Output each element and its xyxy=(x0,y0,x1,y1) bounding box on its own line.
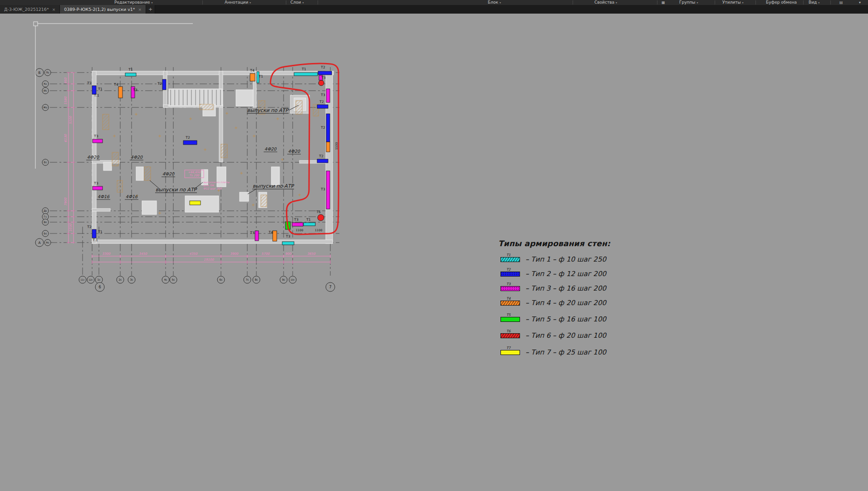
ribbon-separator xyxy=(202,0,203,5)
axis-bubble-label: Ас xyxy=(46,241,49,244)
ribbon-menu-2[interactable]: Слои▾ xyxy=(290,0,304,5)
axis-bubble-label: 6с xyxy=(219,278,222,281)
axis-bubble-label: Дс xyxy=(44,209,47,212)
legend-swatch-tag: Т7 xyxy=(506,346,510,350)
close-icon[interactable]: × xyxy=(138,7,142,12)
ribbon-menu-6[interactable]: Утилиты▾ xyxy=(722,0,744,5)
reinforcement-marker-Т3[interactable] xyxy=(255,231,259,241)
marker-label: Т2 xyxy=(157,82,162,86)
hatched-wall xyxy=(112,152,118,166)
crosshair-pickbox xyxy=(34,22,38,26)
reinforcement-marker-Т6[interactable] xyxy=(318,214,324,221)
legend-title: Типы армирования стен: xyxy=(498,239,648,248)
reinforcement-marker-Т3[interactable] xyxy=(326,89,330,102)
tab-bar: Д-3-ЮЖ_20251216*×0389-Р-ЮК5-2(1,2) выпус… xyxy=(0,5,868,14)
axis-bubble-label: Вс xyxy=(44,220,47,224)
properties-tool-icon[interactable]: ▦ xyxy=(662,0,665,5)
legend-swatch-wrap: Т3 xyxy=(500,286,520,291)
ribbon-menu-0[interactable]: Редактирование▾ xyxy=(114,0,153,5)
marker-label: Т3 xyxy=(93,134,98,138)
legend-swatch xyxy=(500,257,520,262)
reinforcement-marker-Т4[interactable] xyxy=(273,231,277,241)
legend-swatch-tag: Т5 xyxy=(506,313,510,317)
reinforcement-marker-Т4[interactable] xyxy=(326,142,330,152)
drawing-tab-0[interactable]: Д-3-ЮЖ_20251216*× xyxy=(0,5,60,14)
dimension-text: 4350 xyxy=(189,252,197,256)
reinforcement-marker-Т3[interactable] xyxy=(326,171,330,209)
reinforcement-marker-Т3[interactable] xyxy=(292,223,303,226)
reinforcement-marker-Т3[interactable] xyxy=(93,186,103,190)
hatched-wall xyxy=(221,144,227,158)
hatched-wall xyxy=(296,101,302,114)
reinforcement-marker-Т2[interactable] xyxy=(326,114,330,142)
marker-label: Т4 xyxy=(268,230,273,234)
marker-label: Т1 xyxy=(98,87,103,91)
reinforcement-marker-Т2[interactable] xyxy=(162,79,166,90)
caret-down-icon[interactable]: ▾ xyxy=(859,0,861,5)
ribbon-menu-4[interactable]: Свойства▾ xyxy=(594,0,617,5)
reinforcement-marker-Т2[interactable] xyxy=(317,159,328,163)
drawing-tab-1[interactable]: 0389-Р-ЮК5-2(1,2) выпуски v1*× xyxy=(60,5,146,14)
legend-item-text: – Тип 1 – ф 10 шаг 250 xyxy=(525,255,606,263)
dimension-text: 5700 xyxy=(261,252,270,256)
annotation-leader xyxy=(194,182,203,189)
legend-item-text: – Тип 4 – ф 20 шаг 200 xyxy=(525,299,606,307)
new-tab-button[interactable]: + xyxy=(146,5,155,14)
reinforcement-marker-Т1[interactable] xyxy=(125,73,136,76)
reinforcement-marker-Т2[interactable] xyxy=(183,141,197,145)
legend-item-Т1: Т1– Тип 1 – ф 10 шаг 250 xyxy=(500,255,606,263)
ribbon-menu-8[interactable]: Вид▾ xyxy=(809,0,819,5)
reinforcement-marker-Т3[interactable] xyxy=(93,139,103,143)
marker-label: Т.1 xyxy=(93,93,99,97)
close-icon[interactable]: × xyxy=(52,7,56,12)
rebar-callout-text: 4Ф20 xyxy=(87,155,99,160)
legend-item-text: – Тип 7 – ф 25 шаг 100 xyxy=(525,348,606,356)
marker-label: Т3 xyxy=(320,187,325,191)
legend-swatch-tag: Т3 xyxy=(506,282,510,286)
axis-bubble-label: Ис xyxy=(44,89,47,92)
legend-item-text: – Тип 6 – ф 20 шаг 100 xyxy=(525,331,606,340)
marker-label: Т3 xyxy=(320,93,325,97)
ribbon-menu-3[interactable]: Блок▾ xyxy=(488,0,501,5)
reinforcement-marker-Т7[interactable] xyxy=(190,201,201,205)
axis-bubble-label: Ес xyxy=(44,160,47,164)
reinforcement-marker-Т2[interactable] xyxy=(92,229,96,238)
marker-label: Т2 xyxy=(319,100,324,104)
marker-label: Т1 xyxy=(258,74,263,78)
reinforcement-marker-Т6[interactable] xyxy=(319,80,324,86)
legend-item-Т2: Т2– Тип 2 – ф 12 шаг 200 xyxy=(500,270,606,278)
axis-bubble-label: Бс xyxy=(44,232,47,235)
annotation-text: выпуски по АТР xyxy=(156,187,197,193)
marker-label: Т4 xyxy=(113,83,118,87)
legend-swatch xyxy=(500,317,520,322)
legend-swatch-wrap: Т6 xyxy=(500,333,520,338)
reinforcement-marker-Т4[interactable] xyxy=(250,73,255,81)
reinforcement-marker-Т4[interactable] xyxy=(118,87,123,98)
dimension-text: 1030 xyxy=(69,224,73,232)
marker-label: Т2 xyxy=(320,65,325,69)
reinforcement-marker-Т2[interactable] xyxy=(318,71,332,75)
panel-icon[interactable]: ▤ xyxy=(839,0,843,5)
legend-swatch-tag: Т4 xyxy=(506,297,510,301)
ribbon-menu-7[interactable]: Буфер обмена xyxy=(766,0,797,5)
axis-bubble-label: 4с xyxy=(164,278,167,281)
reinforcement-marker-Т1[interactable] xyxy=(282,242,294,245)
reinforcement-marker-Т1[interactable] xyxy=(304,223,315,226)
shaft-block xyxy=(136,167,143,180)
legend-swatch xyxy=(500,272,520,277)
hatched-wall xyxy=(144,167,151,180)
marker-label: Т2 xyxy=(320,126,325,130)
axis-bubble-label: 6 xyxy=(98,285,101,289)
reinforcement-marker-Т1[interactable] xyxy=(294,73,318,76)
ribbon-menu-5[interactable]: Группы▾ xyxy=(679,0,698,5)
drawing-canvas[interactable]: 9501580613051007900103033003450435039005… xyxy=(0,0,868,491)
hatched-wall xyxy=(261,195,267,207)
ribbon-menu-1[interactable]: Аннотации▾ xyxy=(225,0,251,5)
legend-item-Т6: Т6– Тип 6 – ф 20 шаг 100 xyxy=(500,331,606,340)
pink-note-text: Ф12 шаг 300 xyxy=(203,187,222,190)
axis-bubble-label: 9с xyxy=(282,278,285,281)
dimension-text: 7900 xyxy=(64,198,68,206)
reinforcement-marker-Т2[interactable] xyxy=(317,105,328,108)
ribbon-separator xyxy=(830,0,831,5)
shaft-block xyxy=(103,162,112,170)
